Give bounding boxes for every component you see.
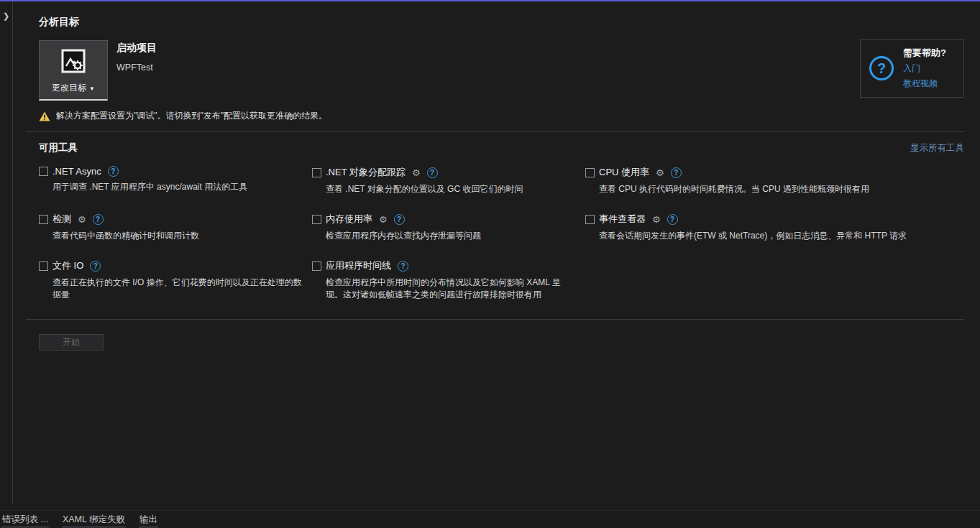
tool-label: 文件 IO: [52, 259, 83, 272]
tool-label: .NET 对象分配跟踪: [326, 166, 406, 179]
section-divider: [26, 319, 964, 320]
analysis-target-section: 更改目标▼ 启动项目 WPFTest ? 需要帮助? 入门 教程视频: [39, 40, 964, 101]
bottom-panel-tabs: 错误列表 ... XAML 绑定失败 输出: [0, 510, 980, 528]
tool-item-events-viewer: 事件查看器 ⚙ ? 查看会话期间发生的事件(ETW 或 NetTrace)，例如…: [585, 213, 964, 259]
tool-checkbox[interactable]: [39, 261, 48, 271]
help-icon[interactable]: ?: [394, 214, 405, 225]
tool-label: .NET Async: [52, 166, 101, 177]
target-type-label: 启动项目: [116, 42, 157, 55]
show-all-tools-link[interactable]: 显示所有工具: [910, 142, 964, 154]
profiler-page: 分析目标: [14, 1, 980, 510]
tab-xaml-binding-failures[interactable]: XAML 绑定失败: [55, 511, 132, 528]
tool-checkbox[interactable]: [312, 168, 321, 177]
tool-description: 检查应用程序中所用时间的分布情况以及它如何影响 XAML 呈现。这对诸如低帧速率…: [326, 277, 575, 300]
tool-description: 用于调查 .NET 应用程序中 async/await 用法的工具: [52, 181, 302, 193]
tools-grid: .NET Async ⚙ ? 用于调查 .NET 应用程序中 async/awa…: [39, 166, 964, 306]
tool-description: 查看会话期间发生的事件(ETW 或 NetTrace)，例如日志消息、异常和 H…: [599, 230, 954, 242]
question-mark-icon[interactable]: ?: [869, 56, 894, 80]
tool-item-cpu-usage: CPU 使用率 ⚙ ? 查看 CPU 执行代码时的时间耗费情况。当 CPU 遇到…: [585, 166, 964, 213]
tool-checkbox[interactable]: [585, 168, 595, 177]
warning-icon: [39, 111, 50, 121]
gear-icon[interactable]: ⚙: [656, 168, 664, 177]
tool-description: 查看 .NET 对象分配的位置以及 GC 收回它们的时间: [326, 183, 575, 195]
warning-text: 解决方案配置设置为"调试"。请切换到"发布"配置以获取更准确的结果。: [56, 110, 327, 122]
gear-icon[interactable]: ⚙: [379, 215, 388, 224]
section-divider: [26, 131, 964, 132]
change-target-button[interactable]: 更改目标▼: [39, 40, 108, 101]
chevron-right-icon[interactable]: ❯: [3, 11, 9, 504]
configuration-warning: 解决方案配置设置为"调试"。请切换到"发布"配置以获取更准确的结果。: [39, 110, 964, 122]
project-name: WPFTest: [116, 62, 157, 73]
tool-item-dotnet-allocation: .NET 对象分配跟踪 ⚙ ? 查看 .NET 对象分配的位置以及 GC 收回它…: [312, 166, 585, 213]
available-tools-title: 可用工具: [39, 142, 78, 154]
gear-icon[interactable]: ⚙: [652, 215, 661, 224]
dropdown-arrow-icon: ▼: [89, 85, 95, 92]
help-icon[interactable]: ?: [108, 166, 119, 177]
target-image-icon: [60, 41, 87, 80]
tool-label: 应用程序时间线: [326, 259, 391, 272]
help-icon[interactable]: ?: [93, 214, 104, 225]
help-icon[interactable]: ?: [398, 261, 408, 272]
tool-checkbox[interactable]: [585, 215, 595, 224]
tool-label: CPU 使用率: [599, 166, 649, 179]
tool-checkbox[interactable]: [39, 215, 48, 224]
collapsed-sidebar[interactable]: ❯: [0, 1, 13, 504]
tool-label: 内存使用率: [326, 213, 372, 226]
tool-item-instrumentation: 检测 ⚙ ? 查看代码中函数的精确计时和调用计数: [39, 213, 312, 259]
tool-description: 查看代码中函数的精确计时和调用计数: [52, 230, 302, 242]
tool-checkbox[interactable]: [39, 167, 48, 176]
help-icon[interactable]: ?: [427, 167, 438, 178]
tool-item-memory-usage: 内存使用率 ⚙ ? 检查应用程序内存以查找内存泄漏等问题: [312, 213, 585, 259]
need-help-title: 需要帮助?: [903, 47, 946, 60]
getting-started-link[interactable]: 入门: [903, 62, 946, 75]
help-icon[interactable]: ?: [90, 261, 101, 272]
tool-item-application-timeline: 应用程序时间线 ⚙ ? 检查应用程序中所用时间的分布情况以及它如何影响 XAML…: [312, 259, 585, 306]
help-icon[interactable]: ?: [671, 167, 682, 178]
change-target-label: 更改目标: [52, 83, 86, 93]
tool-description: 查看正在执行的文件 I/O 操作、它们花费的时间以及正在处理的数据量: [52, 277, 302, 300]
tab-output[interactable]: 输出: [132, 511, 165, 528]
tool-checkbox[interactable]: [312, 215, 321, 224]
tool-item-dotnet-async: .NET Async ⚙ ? 用于调查 .NET 应用程序中 async/awa…: [39, 166, 312, 213]
tool-label: 检测: [52, 213, 71, 226]
tab-error-list[interactable]: 错误列表 ...: [0, 511, 55, 528]
tool-description: 查看 CPU 执行代码时的时间耗费情况。当 CPU 遇到性能瓶颈时很有用: [599, 183, 954, 195]
gear-icon[interactable]: ⚙: [78, 215, 86, 224]
tool-description: 检查应用程序内存以查找内存泄漏等问题: [326, 230, 575, 242]
page-title: 分析目标: [39, 16, 964, 29]
gear-icon[interactable]: ⚙: [412, 168, 421, 177]
start-button[interactable]: 开始: [39, 334, 104, 351]
tool-item-file-io: 文件 IO ⚙ ? 查看正在执行的文件 I/O 操作、它们花费的时间以及正在处理…: [39, 259, 312, 306]
help-icon[interactable]: ?: [667, 214, 678, 225]
tutorial-videos-link[interactable]: 教程视频: [903, 78, 946, 90]
need-help-panel: ? 需要帮助? 入门 教程视频: [860, 39, 964, 98]
tool-label: 事件查看器: [599, 213, 646, 226]
tool-checkbox[interactable]: [312, 261, 321, 271]
